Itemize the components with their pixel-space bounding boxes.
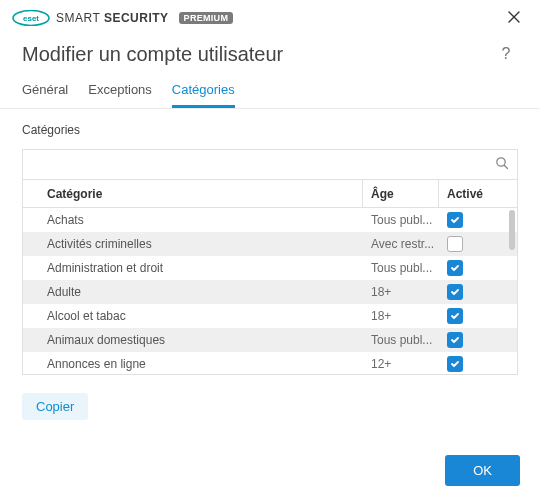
cell-category: Animaux domestiques [23,333,363,347]
column-header-category[interactable]: Catégorie [23,180,363,207]
column-header-age[interactable]: Âge [363,180,439,207]
enabled-checkbox[interactable] [447,260,463,276]
tab-exceptions[interactable]: Exceptions [88,76,152,108]
cell-enabled [439,356,505,372]
cell-age: 12+ [363,357,439,371]
cell-category: Administration et droit [23,261,363,275]
cell-age: 18+ [363,309,439,323]
eset-logo: eset [12,10,50,26]
cell-enabled [439,284,505,300]
scrollbar-thumb[interactable] [509,210,515,250]
enabled-checkbox[interactable] [447,332,463,348]
enabled-checkbox[interactable] [447,308,463,324]
cell-category: Annonces en ligne [23,357,363,371]
close-button[interactable] [500,4,528,32]
table-row[interactable]: AchatsTous publ... [23,208,517,232]
column-header-enabled[interactable]: Activé [439,180,505,207]
categories-table: Catégorie Âge Activé AchatsTous publ...A… [22,179,518,375]
cell-category: Activités criminelles [23,237,363,251]
cell-age: Tous publ... [363,261,439,275]
enabled-checkbox[interactable] [447,356,463,372]
table-row[interactable]: Administration et droitTous publ... [23,256,517,280]
svg-text:eset: eset [23,14,39,23]
ok-button[interactable]: OK [445,455,520,486]
cell-enabled [439,332,505,348]
cell-enabled [439,308,505,324]
copy-button[interactable]: Copier [22,393,88,420]
table-row[interactable]: Animaux domestiquesTous publ... [23,328,517,352]
tab-general[interactable]: Général [22,76,68,108]
cell-age: Tous publ... [363,333,439,347]
premium-badge: PREMIUM [179,12,234,24]
product-name: SMART SECURITY [56,11,169,25]
cell-age: 18+ [363,285,439,299]
help-button[interactable]: ? [494,42,518,66]
cell-category: Adulte [23,285,363,299]
cell-category: Alcool et tabac [23,309,363,323]
close-icon [508,11,520,26]
cell-age: Avec restr... [363,237,439,251]
enabled-checkbox[interactable] [447,236,463,252]
cell-enabled [439,236,505,252]
enabled-checkbox[interactable] [447,212,463,228]
table-row[interactable]: Annonces en ligne12+ [23,352,517,375]
table-row[interactable]: Adulte18+ [23,280,517,304]
section-label: Catégories [22,123,518,137]
cell-age: Tous publ... [363,213,439,227]
cell-category: Achats [23,213,363,227]
table-row[interactable]: Activités criminellesAvec restr... [23,232,517,256]
svg-line-3 [504,165,507,168]
page-title: Modifier un compte utilisateur [22,43,283,66]
table-row[interactable]: Alcool et tabac18+ [23,304,517,328]
search-icon [495,156,509,174]
cell-enabled [439,260,505,276]
help-icon: ? [502,45,511,63]
tabs: Général Exceptions Catégories [0,70,540,109]
tab-categories[interactable]: Catégories [172,76,235,108]
enabled-checkbox[interactable] [447,284,463,300]
cell-enabled [439,212,505,228]
search-row[interactable] [22,149,518,179]
